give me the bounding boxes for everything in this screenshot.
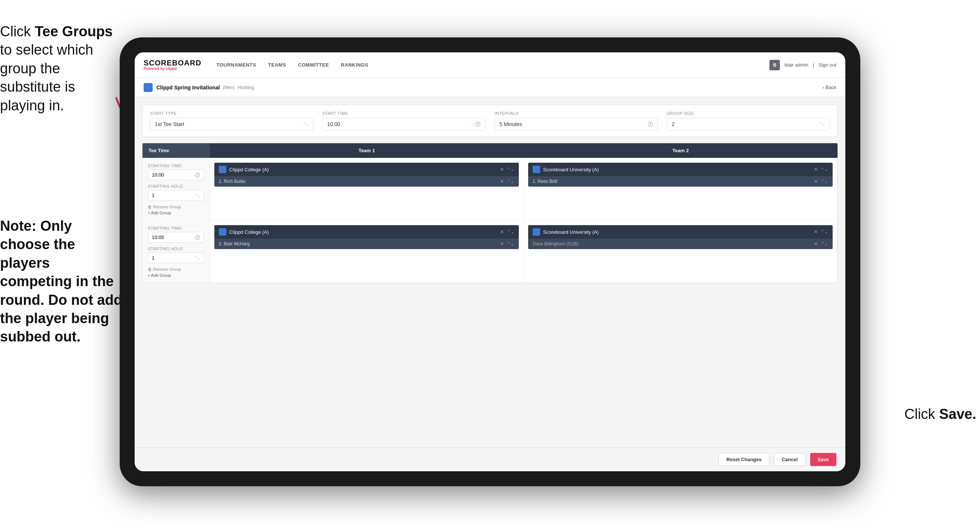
group-size-chevron: ⌃⌄ — [819, 122, 825, 126]
subheader-logo — [144, 83, 153, 92]
team1-card-1[interactable]: Clippd College (A) ✕ ⌃⌄ 1. Rich Butler ✕ — [214, 163, 519, 187]
team1-player-name-1-1: 1. Rich Butler — [219, 179, 246, 184]
start-type-field: Start Type 1st Tee Start ⌃⌄ — [150, 111, 313, 131]
starting-hole-input-1[interactable]: 1 ⌃⌄ — [148, 190, 204, 201]
intervals-label: Intervals — [495, 111, 658, 116]
tee-group-row-2: STARTING TIME: 10:05 🕐 STARTING HOLE: 1 … — [143, 220, 837, 283]
team2-card-1[interactable]: Scoreboard University (A) ✕ ⌃⌄ 1. Rees B… — [528, 163, 833, 187]
nav-right: B blair admin | Sign out — [769, 60, 836, 70]
player-x-1-1[interactable]: ✕ — [500, 179, 504, 184]
nav-user: blair admin — [784, 62, 808, 68]
team2-header: Team 2 — [523, 143, 837, 158]
annotation-right: Click Save. — [904, 406, 976, 422]
tee-group-left-2: STARTING TIME: 10:05 🕐 STARTING HOLE: 1 … — [143, 221, 210, 283]
intervals-input[interactable]: 5 Minutes 🕐 — [495, 118, 658, 131]
nav-avatar: B — [769, 60, 780, 70]
team1-chevron-1[interactable]: ⌃⌄ — [507, 167, 514, 172]
team1-card-2[interactable]: Clippd College (A) ✕ ⌃⌄ 2. Blair McHarg … — [214, 225, 519, 249]
tee-table: Tee Time Team 1 Team 2 STARTING TIME: 10… — [142, 143, 838, 283]
player-chevron-1-1[interactable]: ⌃⌄ — [507, 179, 514, 184]
starting-time-input-2[interactable]: 10:05 🕐 — [148, 232, 204, 243]
team1-player-1-2[interactable]: 2. Blair McHarg ✕ ⌃⌄ — [214, 239, 519, 249]
navbar: SCOREBOARD Powered by clippd TOURNAMENTS… — [135, 53, 845, 78]
player2-chevron-sub-2[interactable]: ⌃⌄ — [821, 241, 828, 247]
team2-card-2[interactable]: Scoreboard University (A) ✕ ⌃⌄ Dave Bill… — [528, 225, 833, 249]
nav-teams[interactable]: TEAMS — [268, 61, 286, 69]
tee-group-left-1: STARTING TIME: 10:00 🕐 STARTING HOLE: 1 … — [143, 158, 210, 220]
start-type-input[interactable]: 1st Tee Start ⌃⌄ — [150, 118, 313, 131]
add-group-btn-1[interactable]: + Add Group — [148, 210, 204, 215]
player2-chevron-1-1[interactable]: ⌃⌄ — [821, 179, 828, 184]
tee-table-header: Tee Time Team 1 Team 2 — [143, 143, 837, 158]
team1-cell-1: Clippd College (A) ✕ ⌃⌄ 1. Rich Butler ✕ — [210, 158, 523, 220]
team1-x-2[interactable]: ✕ — [500, 229, 504, 234]
team1-controls-2: ✕ ⌃⌄ — [500, 229, 514, 234]
team2-x-1[interactable]: ✕ — [814, 167, 818, 172]
team1-name-2: Clippd College (A) — [229, 229, 500, 235]
nav-committee[interactable]: COMMITTEE — [298, 61, 329, 69]
starting-hole-input-2[interactable]: 1 ⌃⌄ — [148, 253, 204, 263]
group-size-label: Group Size — [667, 111, 830, 116]
save-button[interactable]: Save — [810, 453, 836, 466]
remove-group-btn-1[interactable]: 🗑 Remove Group — [148, 205, 204, 209]
tablet-frame: SCOREBOARD Powered by clippd TOURNAMENTS… — [120, 37, 860, 486]
player2-x-sub-2[interactable]: ✕ — [814, 241, 818, 247]
start-time-input[interactable]: 10:00 🕐 — [323, 118, 486, 131]
start-time-field: Start Time 10:00 🕐 — [323, 111, 486, 131]
team1-x-1[interactable]: ✕ — [500, 167, 504, 172]
main-content: Start Type 1st Tee Start ⌃⌄ Start Time 1… — [135, 97, 845, 447]
nav-tournaments[interactable]: TOURNAMENTS — [216, 61, 256, 69]
team2-player-sub-2[interactable]: Dave Billingham (SUB) ✕ ⌃⌄ — [528, 239, 833, 249]
player-x-1-2[interactable]: ✕ — [500, 241, 504, 247]
settings-row: Start Type 1st Tee Start ⌃⌄ Start Time 1… — [142, 105, 838, 137]
starting-hole-label-2: STARTING HOLE: — [148, 247, 204, 251]
starting-time-input-1[interactable]: 10:00 🕐 — [148, 169, 204, 180]
team2-x-2[interactable]: ✕ — [814, 229, 818, 234]
reset-changes-button[interactable]: Reset Changes — [719, 453, 769, 466]
team1-chevron-2[interactable]: ⌃⌄ — [507, 229, 514, 234]
annotation-note: Note: Only choose the players competing … — [0, 217, 123, 346]
starting-time-label-2: STARTING TIME: — [148, 226, 204, 231]
cancel-button[interactable]: Cancel — [774, 453, 806, 466]
subheader: Clippd Spring Invitational (Men) Hosting… — [135, 78, 845, 97]
start-time-value: 10:00 — [327, 121, 340, 127]
team2-controls-2: ✕ ⌃⌄ — [814, 229, 828, 234]
team2-controls-1: ✕ ⌃⌄ — [814, 167, 828, 172]
nav-signout[interactable]: Sign out — [818, 62, 836, 68]
team1-controls-1: ✕ ⌃⌄ — [500, 167, 514, 172]
time-clock-1: 🕐 — [194, 172, 200, 178]
logo-scoreboard: SCOREBOARD — [144, 59, 201, 67]
team1-name-1: Clippd College (A) — [229, 167, 500, 172]
team2-player-controls-sub-2: ✕ ⌃⌄ — [814, 241, 828, 247]
time-clock-2: 🕐 — [194, 235, 200, 240]
team1-card-header-2: Clippd College (A) ✕ ⌃⌄ — [214, 225, 519, 239]
team2-chevron-2[interactable]: ⌃⌄ — [821, 229, 828, 234]
starting-time-label-1: STARTING TIME: — [148, 164, 204, 168]
nav-links: TOURNAMENTS TEAMS COMMITTEE RANKINGS — [216, 61, 769, 69]
intervals-field: Intervals 5 Minutes 🕐 — [495, 111, 658, 131]
start-time-label: Start Time — [323, 111, 486, 116]
nav-rankings[interactable]: RANKINGS — [341, 61, 368, 69]
team2-cell-1: Scoreboard University (A) ✕ ⌃⌄ 1. Rees B… — [523, 158, 837, 220]
add-group-btn-2[interactable]: + Add Group — [148, 273, 204, 277]
team2-chevron-1[interactable]: ⌃⌄ — [821, 167, 828, 172]
team2-player-1-1[interactable]: 1. Rees Britt ✕ ⌃⌄ — [528, 176, 833, 187]
remove-group-btn-2[interactable]: 🗑 Remove Group — [148, 267, 204, 272]
group-size-value: 2 — [672, 121, 675, 127]
team1-player-1-1[interactable]: 1. Rich Butler ✕ ⌃⌄ — [214, 176, 519, 187]
intervals-value: 5 Minutes — [500, 121, 522, 127]
subheader-back[interactable]: ‹ Back — [822, 84, 836, 90]
tee-time-header: Tee Time — [143, 143, 210, 158]
group-size-input[interactable]: 2 ⌃⌄ — [667, 118, 830, 131]
team2-name-1: Scoreboard University (A) — [543, 167, 814, 172]
player2-x-1-1[interactable]: ✕ — [814, 179, 818, 184]
tee-group-actions-1: 🗑 Remove Group + Add Group — [148, 205, 204, 215]
subheader-tag: (Men) — [223, 85, 234, 90]
nav-separator: | — [813, 62, 814, 68]
group-size-field: Group Size 2 ⌃⌄ — [667, 111, 830, 131]
team1-player-controls-1-1: ✕ ⌃⌄ — [500, 179, 514, 184]
annotation-bold-teegroups: Tee Groups — [35, 24, 113, 39]
logo-powered: Powered by clippd — [144, 67, 201, 71]
player-chevron-1-2[interactable]: ⌃⌄ — [507, 241, 514, 247]
team1-card-header-1: Clippd College (A) ✕ ⌃⌄ — [214, 163, 519, 176]
